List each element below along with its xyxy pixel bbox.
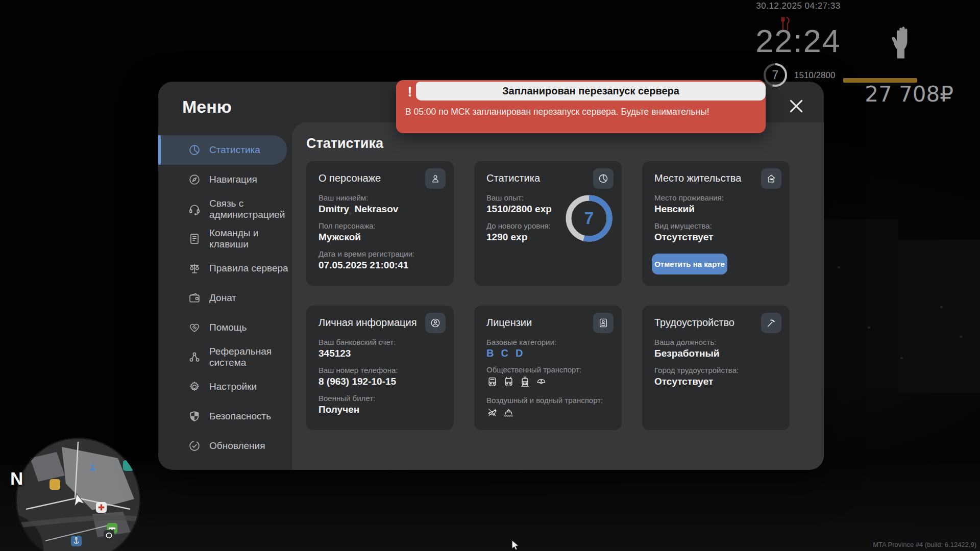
mark-on-map-button[interactable]: Отметить на карте bbox=[652, 254, 727, 274]
air-water-transport-label: Воздушный и водный транспорт: bbox=[486, 396, 609, 405]
sidebar-item-admin-contact[interactable]: Связь с администрацией bbox=[158, 194, 292, 224]
server-restart-notification: ! Запланирован перезапуск сервера В 05:0… bbox=[396, 80, 766, 133]
sidebar-item-label: Правила сервера bbox=[209, 263, 290, 274]
minimap-blip-player-friend bbox=[87, 462, 98, 473]
card-licenses: Лицензии Базовые категории: B C D Общест… bbox=[474, 306, 622, 430]
sidebar-item-label: Настройки bbox=[209, 381, 290, 392]
category-c: C bbox=[501, 347, 508, 359]
sidebar-item-label: Обновления bbox=[209, 440, 290, 452]
next-level-value: 1290 exp bbox=[486, 232, 568, 243]
wallet-icon bbox=[188, 291, 201, 305]
notification-message: В 05:00 по МСК запланирован перезапуск с… bbox=[405, 107, 758, 117]
exp-progress-ring: 7 bbox=[564, 193, 615, 244]
card-statistics: Статистика Ваш опыт: 1510/2800 exp До но… bbox=[474, 161, 622, 286]
gear-icon bbox=[188, 380, 201, 393]
hud-money: 27 708₽ bbox=[800, 82, 953, 107]
sidebar-item-label: Реферальная система bbox=[209, 346, 290, 368]
update-check-icon bbox=[188, 439, 201, 453]
menu-title: Меню bbox=[182, 97, 232, 117]
card-employment: Трудоустройство Ваша должность: Безработ… bbox=[642, 306, 790, 430]
hud-datetime: 30.12.2025 04:27:33 bbox=[732, 1, 865, 11]
alert-exclamation-icon: ! bbox=[403, 84, 416, 101]
heart-handshake-icon bbox=[188, 321, 201, 334]
server-build-label: MTA Province #4 (build: 6.12422,9) bbox=[873, 541, 976, 548]
field-label: Ваш опыт: bbox=[486, 193, 568, 202]
tram-icon bbox=[519, 376, 531, 390]
level-value: 7 bbox=[564, 193, 615, 244]
public-transport-label: Общественный транспорт: bbox=[486, 365, 609, 374]
sidebar-nav: Статистика Навигация Связь с администрац… bbox=[158, 135, 292, 461]
document-icon bbox=[188, 232, 201, 245]
card-title: О персонаже bbox=[318, 172, 442, 184]
notification-header: Запланирован перезапуск сервера bbox=[416, 82, 766, 101]
sidebar-item-security[interactable]: Безопасность bbox=[158, 402, 292, 431]
card-title: Лицензии bbox=[486, 317, 609, 329]
pie-chart-icon bbox=[593, 168, 614, 189]
minimap-blip-hospital bbox=[96, 502, 107, 513]
field-label: Ваш номер телефона: bbox=[318, 366, 442, 374]
close-menu-button[interactable] bbox=[788, 97, 805, 115]
menu-panel: Меню Статистика Навигация Связь с админи… bbox=[158, 82, 824, 470]
job-city-value: Отсутствует bbox=[654, 376, 777, 387]
compass-north-label: N bbox=[10, 468, 23, 489]
field-label: Ваша должность: bbox=[654, 338, 777, 346]
sidebar-item-referral[interactable]: Реферальная система bbox=[158, 342, 292, 372]
sidebar-item-help[interactable]: Помощь bbox=[158, 313, 292, 342]
shield-icon bbox=[188, 410, 201, 423]
pie-chart-icon bbox=[188, 143, 201, 157]
field-label: Ваш банковский счет: bbox=[318, 338, 442, 346]
field-label: Военный билет: bbox=[318, 394, 442, 403]
card-title: Трудоустройство bbox=[654, 317, 777, 329]
hud-clock: 22:24 bbox=[732, 22, 865, 59]
gender-value: Мужской bbox=[318, 232, 442, 243]
bank-account-value: 345123 bbox=[318, 348, 442, 359]
card-title: Личная информация bbox=[318, 317, 442, 329]
nickname-value: Dmitry_Nekrasov bbox=[318, 204, 442, 215]
military-id-value: Получен bbox=[318, 404, 442, 415]
plane-crossed-icon bbox=[486, 407, 498, 420]
headset-icon bbox=[188, 203, 201, 216]
sidebar-item-label: Безопасность bbox=[209, 411, 290, 422]
license-categories: B C D bbox=[486, 347, 609, 359]
categories-label: Базовые категории: bbox=[486, 338, 609, 346]
sidebar-item-settings[interactable]: Настройки bbox=[158, 372, 292, 402]
field-label: До нового уровня: bbox=[486, 221, 568, 230]
mouse-cursor bbox=[511, 540, 521, 550]
sidebar-item-label: Команды и клавиши bbox=[209, 228, 290, 250]
card-residence: Место жительства Место проживания: Невск… bbox=[642, 161, 790, 286]
sidebar-item-donate[interactable]: Донат bbox=[158, 283, 292, 313]
person-icon bbox=[425, 168, 446, 189]
sidebar-item-navigation[interactable]: Навигация bbox=[158, 165, 292, 194]
field-label: Дата и время регистрации: bbox=[318, 249, 442, 258]
minimap-blip-dock-anchor bbox=[71, 536, 82, 546]
fist-icon bbox=[889, 21, 915, 60]
job-value: Безработный bbox=[654, 348, 777, 359]
person-circle-icon bbox=[425, 313, 446, 333]
sidebar-item-updates[interactable]: Обновления bbox=[158, 431, 292, 461]
sidebar-item-label: Навигация bbox=[209, 174, 290, 185]
close-icon bbox=[788, 109, 805, 116]
field-label: Место проживания: bbox=[654, 193, 777, 202]
hud-level-ring: 7 bbox=[763, 62, 788, 88]
category-b: B bbox=[486, 347, 494, 359]
sidebar-item-statistics[interactable]: Статистика bbox=[158, 135, 287, 165]
category-d: D bbox=[516, 347, 523, 359]
sidebar-item-label: Помощь bbox=[209, 322, 290, 333]
field-label: Город трудоустройства: bbox=[654, 366, 777, 374]
notification-title: Запланирован перезапуск сервера bbox=[502, 85, 679, 97]
sidebar-item-label: Связь с администрацией bbox=[209, 198, 290, 220]
network-icon bbox=[188, 350, 201, 364]
property-value: Отсутствует bbox=[654, 232, 777, 243]
menu-content: Статистика О персонаже Ваш никнейм: Dmit… bbox=[292, 122, 824, 470]
pickaxe-icon bbox=[761, 313, 781, 333]
trolleybus-icon bbox=[503, 376, 514, 390]
card-title: Статистика bbox=[486, 172, 609, 184]
page-title: Статистика bbox=[306, 136, 383, 152]
minimap-blip-job bbox=[50, 479, 60, 490]
residence-value: Невский bbox=[654, 204, 777, 215]
field-label: Пол персонажа: bbox=[318, 221, 442, 230]
house-icon bbox=[761, 168, 781, 189]
minimap-blip-ring bbox=[104, 530, 114, 541]
sidebar-item-commands-keys[interactable]: Команды и клавиши bbox=[158, 224, 292, 254]
sidebar-item-server-rules[interactable]: Правила сервера bbox=[158, 254, 292, 283]
